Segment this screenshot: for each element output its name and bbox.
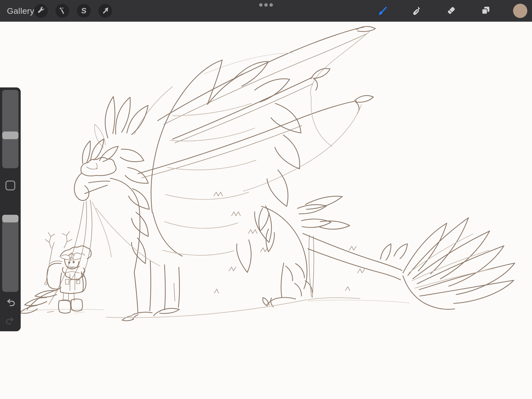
actions-button[interactable] [34,4,48,18]
multitask-handle[interactable] [258,3,274,7]
redo-icon [5,317,16,327]
modify-button[interactable] [5,181,15,190]
brush-icon [377,5,387,17]
wrench-icon [37,6,45,15]
selection-button[interactable]: S [77,4,91,18]
gallery-button[interactable]: Gallery [7,0,34,22]
layers-button[interactable] [480,5,491,17]
side-toolbar [0,87,21,331]
erase-tool-button[interactable] [446,5,457,17]
brush-size-slider[interactable] [2,90,18,168]
transform-button[interactable] [98,4,112,18]
arrow-cursor-icon [101,6,109,15]
opacity-slider[interactable] [2,215,18,292]
paint-tool-button[interactable] [376,5,388,17]
selection-s-icon: S [81,6,87,15]
multitask-dot [264,3,268,7]
multitask-dot [259,3,263,7]
redo-button[interactable] [5,317,16,327]
brush-size-handle[interactable] [2,132,18,139]
opacity-handle[interactable] [2,215,18,222]
dwarf-character-sketch [20,232,91,313]
color-swatch[interactable] [513,4,527,18]
smudge-tool-button[interactable] [411,5,422,17]
magic-wand-icon [58,6,66,15]
smudge-finger-icon [412,5,422,17]
layers-icon [481,5,491,17]
adjustments-button[interactable] [55,4,69,18]
undo-icon [5,299,16,309]
dragon-sketch [23,26,515,321]
undo-button[interactable] [5,299,16,308]
multitask-dot [269,3,273,7]
drawing-canvas[interactable] [0,0,532,399]
eraser-icon [446,5,456,17]
